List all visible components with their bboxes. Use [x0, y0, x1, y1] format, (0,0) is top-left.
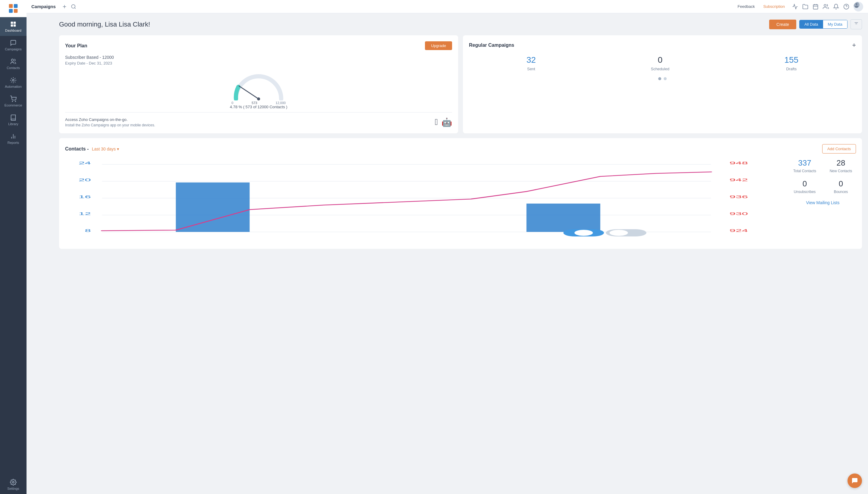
activity-icon[interactable]: [792, 4, 798, 10]
sidebar-item-dashboard-label: Dashboard: [5, 28, 21, 32]
sidebar: Dashboard Campaigns Contacts Automation …: [0, 0, 26, 494]
subscription-link[interactable]: Subscription: [763, 4, 785, 9]
drafts-value: 155: [784, 55, 798, 65]
svg-rect-2: [14, 4, 18, 8]
page-header: Good morning, Lisa Lisa Clark! Create Al…: [59, 19, 862, 29]
users-icon[interactable]: [823, 4, 829, 10]
add-contacts-button[interactable]: Add Contacts: [822, 144, 856, 153]
svg-rect-4: [14, 9, 18, 13]
sidebar-item-settings-label: Settings: [7, 487, 19, 490]
sidebar-item-contacts-label: Contacts: [7, 66, 20, 70]
svg-text:930: 930: [729, 212, 748, 216]
folder-icon[interactable]: [802, 4, 808, 10]
stat-new-contacts: 28 New Contacts: [826, 158, 856, 173]
unsubscribes-value: 0: [790, 179, 820, 189]
svg-point-29: [856, 3, 857, 5]
cards-row: Your Plan Upgrade Subscriber Based - 120…: [59, 35, 862, 133]
dot-2[interactable]: [664, 77, 667, 80]
chart-svg: 24 20 16 12 8 948 942 9: [65, 158, 785, 243]
unsubscribes-label: Unsubscribes: [790, 190, 820, 194]
notifications-icon[interactable]: [833, 4, 839, 10]
svg-rect-21: [813, 4, 818, 9]
stat-bounces: 0 Bounces: [826, 179, 856, 194]
feedback-link[interactable]: Feedback: [737, 4, 755, 9]
add-button[interactable]: [62, 4, 67, 10]
sidebar-item-dashboard[interactable]: Dashboard: [0, 17, 26, 36]
campaign-stat-drafts: 155 Drafts: [784, 55, 798, 71]
search-button[interactable]: [71, 4, 76, 10]
create-button[interactable]: Create: [769, 20, 796, 29]
my-data-button[interactable]: My Data: [823, 20, 847, 28]
help-icon[interactable]: [843, 4, 849, 10]
total-contacts-value: 337: [790, 158, 820, 168]
contacts-title: Contacts -: [65, 146, 88, 151]
page-title: Good morning, Lisa Lisa Clark!: [59, 20, 150, 28]
mobile-title: Access Zoho Campaigns on-the-go.: [65, 117, 155, 122]
total-contacts-label: Total Contacts: [790, 169, 820, 173]
svg-rect-8: [14, 24, 16, 26]
contacts-section: Contacts - Last 30 days ▾ Add Contacts 2…: [59, 138, 862, 249]
chat-button[interactable]: [848, 474, 862, 488]
apple-icon[interactable]: : [435, 117, 438, 127]
gauge-current: 573: [252, 101, 257, 104]
user-avatar[interactable]: [853, 2, 863, 12]
new-contacts-label: New Contacts: [826, 169, 856, 173]
contacts-body: 24 20 16 12 8 948 942 9: [65, 158, 856, 243]
svg-text:16: 16: [79, 195, 91, 199]
scheduled-label: Scheduled: [651, 66, 669, 71]
upgrade-button[interactable]: Upgrade: [425, 41, 452, 50]
sidebar-item-ecommerce[interactable]: Ecommerce: [0, 92, 26, 111]
svg-point-16: [12, 481, 14, 483]
main-content: Good morning, Lisa Lisa Clark! Create Al…: [53, 13, 868, 494]
data-toggle-group: All Data My Data: [799, 20, 848, 28]
plan-card-header: Your Plan Upgrade: [65, 41, 452, 50]
contacts-header: Contacts - Last 30 days ▾ Add Contacts: [65, 144, 856, 153]
campaign-card-title: Regular Campaigns: [469, 42, 514, 48]
svg-rect-5: [11, 22, 13, 24]
svg-point-11: [12, 101, 13, 102]
campaign-stat-sent: 32 Sent: [527, 55, 536, 71]
all-data-button[interactable]: All Data: [800, 20, 823, 28]
svg-rect-6: [14, 22, 16, 24]
campaign-stats: 32 Sent 0 Scheduled 155 Drafts: [469, 55, 856, 71]
svg-text:8: 8: [85, 229, 91, 233]
sidebar-item-automation[interactable]: Automation: [0, 73, 26, 92]
sidebar-item-reports[interactable]: Reports: [0, 129, 26, 148]
campaign-card-header: Regular Campaigns +: [469, 41, 856, 49]
calendar-icon[interactable]: [812, 4, 818, 10]
mobile-section: Access Zoho Campaigns on-the-go. Install…: [65, 112, 452, 127]
plan-expiry: Expiry Date - Dec 31, 2023: [65, 61, 452, 65]
svg-rect-1: [9, 4, 13, 8]
sent-label: Sent: [527, 66, 536, 71]
sidebar-item-library[interactable]: Library: [0, 111, 26, 129]
dot-1[interactable]: [658, 77, 661, 80]
svg-point-30: [855, 5, 858, 8]
chart-area: 24 20 16 12 8 948 942 9: [65, 158, 785, 243]
svg-point-54: [574, 230, 593, 236]
svg-rect-7: [11, 24, 13, 26]
scheduled-value: 0: [651, 55, 669, 65]
svg-text:948: 948: [729, 161, 748, 165]
view-mailing-link[interactable]: View Mailing Lists: [806, 200, 840, 205]
app-logo: [0, 0, 26, 17]
sidebar-item-settings[interactable]: Settings: [0, 475, 26, 494]
stat-grid: 337 Total Contacts 28 New Contacts 0 Uns…: [790, 158, 856, 194]
sidebar-item-campaigns[interactable]: Campaigns: [0, 36, 26, 55]
sidebar-item-campaigns-label: Campaigns: [5, 48, 22, 51]
page-header-actions: Create All Data My Data: [769, 19, 862, 29]
drafts-label: Drafts: [784, 66, 798, 71]
svg-text:936: 936: [729, 195, 748, 199]
mobile-icons:  🤖: [435, 117, 452, 127]
sidebar-item-automation-label: Automation: [5, 85, 22, 88]
sidebar-item-contacts[interactable]: Contacts: [0, 55, 26, 73]
svg-rect-3: [9, 9, 13, 13]
bounces-value: 0: [826, 179, 856, 189]
add-campaign-button[interactable]: +: [852, 41, 856, 49]
filter-button[interactable]: [850, 19, 862, 29]
sidebar-item-library-label: Library: [8, 122, 18, 126]
svg-text:924: 924: [729, 229, 748, 233]
contacts-period[interactable]: Last 30 days ▾: [92, 147, 119, 151]
svg-text:24: 24: [79, 161, 91, 165]
android-icon[interactable]: 🤖: [441, 117, 452, 127]
svg-point-35: [257, 97, 260, 100]
